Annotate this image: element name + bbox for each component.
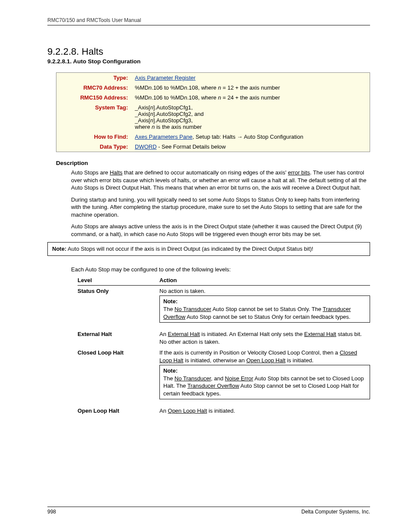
axes-parameters-pane-link[interactable]: Axes Parameters Pane bbox=[135, 134, 193, 140]
table-row: Closed Loop Halt If the axis is currentl… bbox=[78, 347, 370, 405]
note-box: Note: Auto Stops will not occur if the a… bbox=[47, 242, 370, 256]
description-p1: Auto Stops are Halts that are defined to… bbox=[71, 169, 370, 192]
level-external-halt-action: An External Halt is initiated. An Extern… bbox=[159, 329, 370, 347]
section-name: Halts bbox=[82, 46, 103, 57]
description-p3: Auto Stops are always active unless the … bbox=[71, 223, 370, 238]
levels-intro: Each Auto Stop may be configured to one … bbox=[71, 266, 370, 273]
description-p2: During startup and tuning, you will typi… bbox=[71, 196, 370, 219]
note-label: Note: bbox=[52, 246, 66, 252]
table-row: Open Loop Halt An Open Loop Halt is init… bbox=[78, 405, 370, 417]
axis-parameter-register-link[interactable]: Axis Parameter Register bbox=[135, 75, 196, 81]
howfind-label: How to Find: bbox=[56, 132, 133, 142]
rmc150-label: RMC150 Address: bbox=[56, 93, 133, 103]
no-transducer-link[interactable]: No Transducer bbox=[174, 306, 211, 312]
subsection-name: Auto Stop Configuration bbox=[73, 58, 141, 65]
level-closed-loop-halt: Closed Loop Halt bbox=[78, 347, 159, 405]
type-value: Axis Parameter Register bbox=[132, 73, 370, 83]
systag-value: _Axis[n].AutoStopCfg1, _Axis[n].AutoStop… bbox=[132, 103, 370, 132]
levels-col-action: Action bbox=[159, 275, 370, 286]
subsection-title: 9.2.2.8.1. Auto Stop Configuration bbox=[47, 58, 370, 65]
rmc70-value: %MDn.106 to %MDn.108, where n = 12 + the… bbox=[132, 83, 370, 93]
transducer-overflow-link-2[interactable]: Transducer Overflow bbox=[187, 383, 239, 389]
noise-error-link[interactable]: Noise Error bbox=[225, 375, 253, 382]
datatype-label: Data Type: bbox=[56, 142, 133, 152]
external-halt-status-link[interactable]: External Halt bbox=[304, 331, 336, 337]
section-title: 9.2.2.8. Halts bbox=[47, 46, 370, 57]
rmc70-label: RMC70 Address: bbox=[56, 83, 133, 93]
dword-link[interactable]: DWORD bbox=[135, 143, 157, 150]
level-status-only-action: No action is taken. Note: The No Transdu… bbox=[159, 285, 370, 329]
open-loop-halt-link-2[interactable]: Open Loop Halt bbox=[168, 408, 207, 414]
table-row: Status Only No action is taken. Note: Th… bbox=[78, 285, 370, 329]
page-number: 998 bbox=[47, 509, 56, 515]
levels-col-level: Level bbox=[78, 275, 159, 286]
description-body: Auto Stops are Halts that are defined to… bbox=[71, 169, 370, 238]
rmc150-value: %MDn.106 to %MDn.108, where n = 24 + the… bbox=[132, 93, 370, 103]
level-external-halt: External Halt bbox=[78, 329, 159, 347]
systag-label: System Tag: bbox=[56, 103, 133, 132]
subsection-number: 9.2.2.8.1. bbox=[47, 58, 72, 65]
datatype-value: DWORD - See Format Details below bbox=[132, 142, 370, 152]
page-header: RMC70/150 and RMCTools User Manual bbox=[47, 17, 370, 25]
section-number: 9.2.2.8. bbox=[47, 46, 79, 57]
status-only-note: Note: The No Transducer Auto Stop cannot… bbox=[159, 296, 370, 323]
table-row: External Halt An External Halt is initia… bbox=[78, 329, 370, 347]
level-status-only: Status Only bbox=[78, 285, 159, 329]
howfind-value: Axes Parameters Pane, Setup tab: Halts →… bbox=[132, 132, 370, 142]
description-heading: Description bbox=[56, 160, 370, 166]
open-loop-halt-link[interactable]: Open Loop Halt bbox=[246, 357, 286, 364]
note-text: Auto Stops will not occur if the axis is… bbox=[66, 246, 313, 252]
level-closed-loop-halt-action: If the axis is currently in Position or … bbox=[159, 347, 370, 405]
footer-company: Delta Computer Systems, Inc. bbox=[302, 509, 370, 515]
halts-link[interactable]: Halts bbox=[110, 169, 123, 176]
closed-loop-note: Note: The No Transducer, and Noise Error… bbox=[159, 365, 370, 399]
external-halt-link[interactable]: External Halt bbox=[168, 331, 200, 337]
level-open-loop-halt: Open Loop Halt bbox=[78, 405, 159, 417]
level-open-loop-halt-action: An Open Loop Halt is initiated. bbox=[159, 405, 370, 417]
error-bits-link[interactable]: error bits bbox=[288, 169, 310, 176]
levels-table: Level Action Status Only No action is ta… bbox=[78, 275, 370, 417]
page-footer: 998 Delta Computer Systems, Inc. bbox=[47, 507, 370, 515]
no-transducer-link-2[interactable]: No Transducer bbox=[174, 375, 211, 382]
type-label: Type: bbox=[56, 73, 133, 83]
info-table: Type: Axis Parameter Register RMC70 Addr… bbox=[56, 72, 370, 152]
